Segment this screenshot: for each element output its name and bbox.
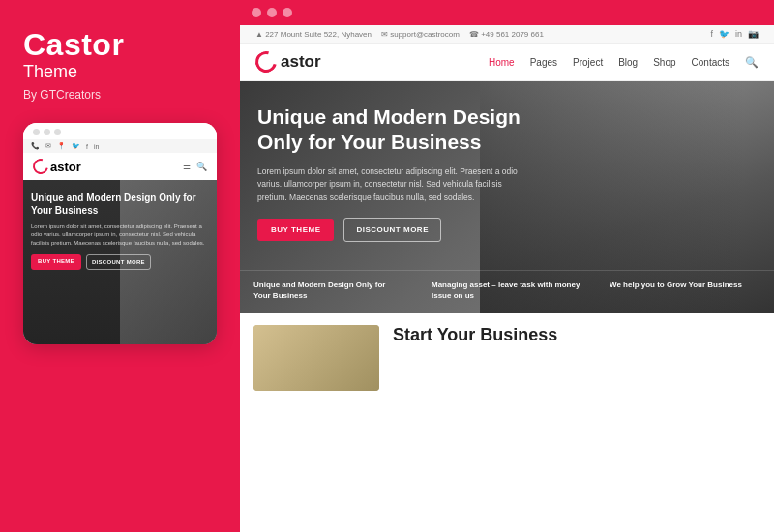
site-phone: ☎ +49 561 2079 661 <box>469 30 544 39</box>
mobile-hero: Unique and Modern Design Only for Your B… <box>23 180 217 344</box>
mobile-top-bar <box>23 123 217 139</box>
hero-buttons: BUY THEME DISCOUNT MORE <box>257 218 757 242</box>
left-panel: Castor Theme By GTCreators 📞 ✉ 📍 🐦 f in … <box>0 0 240 532</box>
email-icon: ✉ <box>45 142 51 150</box>
business-image <box>253 325 379 391</box>
mobile-logo-text: astor <box>50 160 81 174</box>
tw-icon: 🐦 <box>719 29 729 39</box>
site-email: ✉ support@castrocom <box>381 30 460 39</box>
browser-content: ▲ 227 Mount Suite 522, Nyhaven ✉ support… <box>240 25 774 532</box>
instagram-icon: in <box>94 143 99 150</box>
twitter-icon: 🐦 <box>72 142 80 150</box>
ln-icon: 📷 <box>748 29 759 39</box>
hero-feature-3: We help you to Grow Your Business <box>596 270 774 313</box>
hero-feature-1-title: Unique and Modern Design Only for Your B… <box>253 281 404 301</box>
hero-features: Unique and Modern Design Only for Your B… <box>240 270 774 313</box>
nav-contacts[interactable]: Contacts <box>692 57 729 68</box>
nav-home[interactable]: Home <box>489 57 515 68</box>
mobile-hero-content: Unique and Modern Design Only for Your B… <box>31 192 209 270</box>
theme-subtitle: Theme <box>23 62 77 82</box>
browser-chrome <box>240 0 774 25</box>
mobile-buy-button[interactable]: BUY THEME <box>31 254 81 270</box>
logo-circle-icon <box>252 47 281 76</box>
hero-feature-2-title: Managing asset – leave task with money I… <box>432 281 582 301</box>
mobile-hero-desc: Lorem ipsum dolor sit amet, consectetur … <box>31 222 209 247</box>
hero-feature-3-title: We help you to Grow Your Business <box>610 281 760 290</box>
site-topbar: ▲ 227 Mount Suite 522, Nyhaven ✉ support… <box>240 25 774 44</box>
site-nav: astor Home Pages Project Blog Shop Conta… <box>240 44 774 81</box>
site-address: ▲ 227 Mount Suite 522, Nyhaven <box>255 30 372 39</box>
nav-project[interactable]: Project <box>573 57 603 68</box>
browser-dot-red <box>252 8 261 17</box>
discount-more-button[interactable]: DISCOUNT MORE <box>343 218 441 242</box>
below-hero: Start Your Business <box>240 313 774 402</box>
hero-title: Unique and Modern Design Only for Your B… <box>257 104 528 156</box>
mobile-search-icon[interactable]: 🔍 <box>196 162 207 171</box>
theme-title: Castor <box>23 29 124 60</box>
fb-icon: f <box>710 29 713 39</box>
hero-feature-2: Managing asset – leave task with money I… <box>418 270 596 313</box>
mobile-contact-bar: 📞 ✉ 📍 🐦 f in <box>23 139 217 153</box>
hamburger-icon[interactable]: ☰ <box>183 162 191 171</box>
nav-pages[interactable]: Pages <box>530 57 557 68</box>
search-icon[interactable]: 🔍 <box>745 56 759 69</box>
site-nav-links: Home Pages Project Blog Shop Contacts 🔍 <box>489 56 759 69</box>
hero-feature-1: Unique and Modern Design Only for Your B… <box>240 270 418 313</box>
site-topbar-right: f 🐦 in 📷 <box>710 29 759 39</box>
mobile-nav-icons: ☰ 🔍 <box>183 162 207 171</box>
nav-shop[interactable]: Shop <box>653 57 675 68</box>
browser-dot-yellow <box>267 8 277 17</box>
site-topbar-left: ▲ 227 Mount Suite 522, Nyhaven ✉ support… <box>255 30 544 39</box>
start-business-title: Start Your Business <box>393 325 760 346</box>
buy-theme-button[interactable]: BUY THEME <box>257 219 334 241</box>
site-hero: Unique and Modern Design Only for Your B… <box>240 81 774 313</box>
facebook-icon: f <box>86 143 88 150</box>
hero-description: Lorem ipsum dolor sit amet, consectetur … <box>257 165 519 205</box>
mobile-discount-button[interactable]: DISCOUNT MORE <box>86 254 151 270</box>
site-logo[interactable]: astor <box>255 51 321 73</box>
mobile-dot-3 <box>54 129 61 135</box>
mobile-mockup: 📞 ✉ 📍 🐦 f in astor ☰ 🔍 Unique and Modern… <box>23 123 217 344</box>
logo-text: astor <box>281 52 321 72</box>
yt-icon: in <box>735 29 742 39</box>
mobile-logo: astor <box>33 159 81 174</box>
start-business-section: Start Your Business <box>393 325 760 346</box>
mobile-hero-title: Unique and Modern Design Only for Your B… <box>31 192 209 217</box>
mobile-logo-icon <box>30 156 51 177</box>
mobile-nav: astor ☰ 🔍 <box>23 153 217 180</box>
theme-by: By GTCreators <box>23 88 101 102</box>
browser-dot-green <box>283 8 292 17</box>
phone-icon: 📞 <box>31 142 40 150</box>
right-panel: ▲ 227 Mount Suite 522, Nyhaven ✉ support… <box>240 0 774 532</box>
nav-blog[interactable]: Blog <box>618 57 638 68</box>
mobile-hero-buttons: BUY THEME DISCOUNT MORE <box>31 254 209 270</box>
location-icon: 📍 <box>57 142 66 150</box>
mobile-dot-1 <box>33 129 40 135</box>
mobile-dot-2 <box>44 129 50 135</box>
hero-content: Unique and Modern Design Only for Your B… <box>240 81 774 242</box>
